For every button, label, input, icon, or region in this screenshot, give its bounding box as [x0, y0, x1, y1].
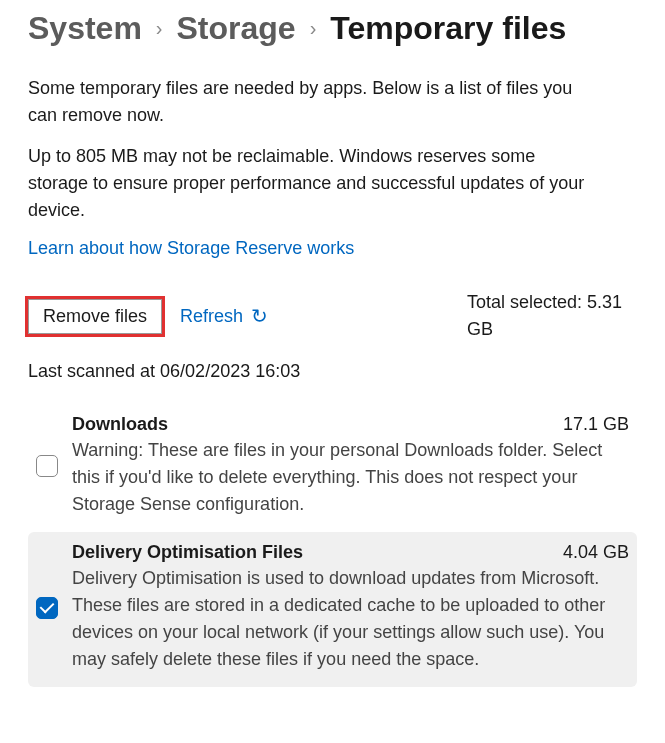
file-item-delivery-optimisation[interactable]: Delivery Optimisation Files 4.04 GB Deli… [28, 532, 637, 687]
learn-storage-reserve-link[interactable]: Learn about how Storage Reserve works [28, 238, 354, 259]
breadcrumb-current: Temporary files [330, 10, 566, 47]
file-title: Downloads [72, 414, 168, 435]
breadcrumb-storage[interactable]: Storage [177, 10, 296, 47]
intro-text-2: Up to 805 MB may not be reclaimable. Win… [28, 143, 588, 224]
file-item-downloads[interactable]: Downloads 17.1 GB Warning: These are fil… [28, 404, 637, 532]
chevron-right-icon: › [156, 17, 163, 40]
chevron-right-icon: › [310, 17, 317, 40]
total-selected-label: Total selected: 5.31 GB [467, 289, 637, 343]
file-size: 17.1 GB [563, 414, 629, 435]
file-description: Warning: These are files in your persona… [72, 437, 629, 518]
refresh-button[interactable]: Refresh ↻ [180, 304, 268, 328]
breadcrumb-system[interactable]: System [28, 10, 142, 47]
checkbox-downloads[interactable] [36, 455, 58, 477]
file-list: Downloads 17.1 GB Warning: These are fil… [28, 404, 637, 687]
checkbox-delivery-optimisation[interactable] [36, 597, 58, 619]
last-scanned-label: Last scanned at 06/02/2023 16:03 [28, 361, 637, 382]
breadcrumb: System › Storage › Temporary files [28, 10, 637, 47]
action-row: Remove files Refresh ↻ Total selected: 5… [28, 289, 637, 343]
remove-files-button[interactable]: Remove files [28, 299, 162, 334]
intro-text-1: Some temporary files are needed by apps.… [28, 75, 588, 129]
file-title: Delivery Optimisation Files [72, 542, 303, 563]
refresh-label: Refresh [180, 306, 243, 327]
file-description: Delivery Optimisation is used to downloa… [72, 565, 629, 673]
refresh-icon: ↻ [251, 304, 268, 328]
file-size: 4.04 GB [563, 542, 629, 563]
